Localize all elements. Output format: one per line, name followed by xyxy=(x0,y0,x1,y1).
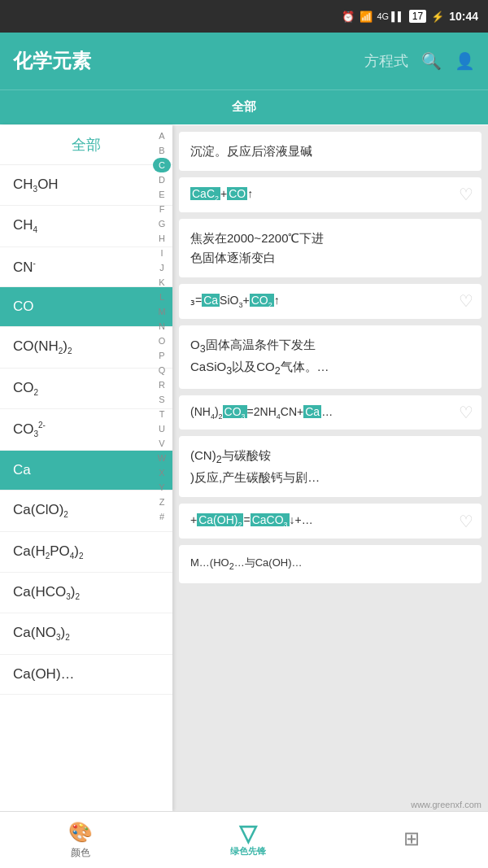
alpha-O[interactable]: O xyxy=(153,334,171,348)
alpha-U[interactable]: U xyxy=(153,421,171,436)
equations-nav[interactable]: 方程式 xyxy=(364,51,408,71)
alpha-Z[interactable]: Z xyxy=(153,495,171,509)
sidebar-item-CaHCO32[interactable]: Ca(HCO3)2 xyxy=(0,573,172,613)
sidebar-item-CONH22[interactable]: CO(NH2)2 xyxy=(0,327,172,368)
heart-icon-6[interactable]: ♡ xyxy=(459,403,473,422)
user-icon[interactable]: 👤 xyxy=(455,51,475,71)
alpha-I[interactable]: I xyxy=(153,246,171,260)
signal-icon: 4G ▌▌ xyxy=(377,11,404,21)
nav-color[interactable]: 🎨 颜色 xyxy=(68,821,93,860)
sidebar: 全部 CH3OH CH4 CN- CO CO(NH2)2 CO2 CO32- C… xyxy=(0,125,172,811)
alpha-A[interactable]: A xyxy=(153,129,171,143)
sidebar-item-CO32-[interactable]: CO32- xyxy=(0,409,172,451)
content-card-7: (CN)2与碳酸铵)反应,产生碳酸钙与剧… xyxy=(179,436,481,497)
content-card-5: O3固体高温条件下发生CaSiO3以及CO2气体。… xyxy=(179,325,481,389)
alpha-Q[interactable]: Q xyxy=(153,363,171,377)
sidebar-all-label[interactable]: 全部 xyxy=(0,125,172,165)
card4-formula: ₃=CaSiO3+CO2↑ xyxy=(190,294,452,309)
wifi-icon: 📶 xyxy=(359,11,373,23)
alpha-V[interactable]: V xyxy=(153,436,171,451)
time-display: 10:44 xyxy=(449,10,478,23)
tab-all[interactable]: 全部 xyxy=(0,89,488,127)
sidebar-item-CN-[interactable]: CN- xyxy=(0,247,172,288)
heart-icon-4[interactable]: ♡ xyxy=(459,291,473,311)
sidebar-item-CaClO2[interactable]: Ca(ClO)2 xyxy=(0,491,172,531)
content-card-9: M…(HO2…与Ca(OH)… xyxy=(179,545,481,583)
alpha-W[interactable]: W xyxy=(153,451,171,465)
highlight-CaC2: CaC2 xyxy=(190,187,220,200)
logo-symbol: ▽ xyxy=(239,822,257,845)
content-card-8: +Ca(OH)2=CaCO3↓+… ♡ xyxy=(179,504,481,539)
highlight-CO: CO xyxy=(227,187,247,200)
nav-table[interactable]: ⊞ xyxy=(403,827,420,853)
alpha-D[interactable]: D xyxy=(153,172,171,187)
main-area: 全部 CH3OH CH4 CN- CO CO(NH2)2 CO2 CO32- C… xyxy=(0,125,488,811)
alpha-N[interactable]: N xyxy=(153,319,171,334)
sidebar-item-CaNO32[interactable]: Ca(NO3)2 xyxy=(0,613,172,654)
app-header: 化学元素 方程式 🔍 👤 xyxy=(0,33,488,89)
card1-text: 沉淀。反应后溶液显碱 xyxy=(190,142,470,161)
header-nav: 方程式 🔍 👤 xyxy=(364,51,475,71)
alpha-B[interactable]: B xyxy=(153,143,171,158)
status-icons: ⏰ 📶 4G ▌▌ 17 ⚡ 10:44 xyxy=(342,10,479,23)
content-card-3: 焦炭在2000~2200℃下进色固体逐渐变白 xyxy=(179,219,481,277)
watermark: www.greenxf.com xyxy=(411,800,481,809)
alpha-F[interactable]: F xyxy=(153,202,171,216)
sidebar-item-CO2[interactable]: CO2 xyxy=(0,369,172,409)
alpha-G[interactable]: G xyxy=(153,216,171,231)
alpha-M[interactable]: M xyxy=(153,304,171,319)
color-icon: 🎨 xyxy=(68,821,93,844)
battery-text: 17 xyxy=(409,10,426,23)
content-card-2: CaC2+CO↑ ♡ xyxy=(179,177,481,212)
alpha-S[interactable]: S xyxy=(153,392,171,407)
alpha-J[interactable]: J xyxy=(153,260,171,275)
search-icon[interactable]: 🔍 xyxy=(421,51,442,71)
sidebar-item-CaH2PO42[interactable]: Ca(H2PO4)2 xyxy=(0,532,172,573)
sub-header: 全部 xyxy=(0,89,488,125)
alpha-Y[interactable]: Y xyxy=(153,480,171,495)
alpha-R[interactable]: R xyxy=(153,377,171,392)
alpha-C[interactable]: C xyxy=(153,158,171,172)
nav-logo[interactable]: ▽ 绿色先锋 xyxy=(230,822,266,857)
alpha-K[interactable]: K xyxy=(153,275,171,290)
alpha-X[interactable]: X xyxy=(153,465,171,480)
card9-text: M…(HO2…与Ca(OH)… xyxy=(190,555,470,574)
app-title: 化学元素 xyxy=(13,48,364,74)
highlight-CaSiO3: Ca xyxy=(202,294,220,307)
alpha-E[interactable]: E xyxy=(153,187,171,202)
content-card-4: ₃=CaSiO3+CO2↑ ♡ xyxy=(179,284,481,319)
alphabet-index: A B C D E F G H I J K L M N O P Q R S T … xyxy=(151,125,172,527)
card7-text: (CN)2与碳酸铵)反应,产生碳酸钙与剧… xyxy=(190,446,470,487)
sidebar-item-CH3OH[interactable]: CH3OH xyxy=(0,165,172,206)
highlight-Ca2: Ca xyxy=(303,405,321,418)
logo-text: 绿色先锋 xyxy=(230,845,266,857)
card5-text: O3固体高温条件下发生CaSiO3以及CO2气体。… xyxy=(190,335,470,379)
heart-icon-2[interactable]: ♡ xyxy=(459,185,473,204)
bottom-nav: 🎨 颜色 ▽ 绿色先锋 ⊞ xyxy=(0,811,488,868)
battery-icon: ⚡ xyxy=(431,11,444,23)
sidebar-item-CH4[interactable]: CH4 xyxy=(0,206,172,246)
card8-formula: +Ca(OH)2=CaCO3↓+… xyxy=(190,513,452,529)
clock-icon: ⏰ xyxy=(342,11,355,23)
sidebar-item-Ca[interactable]: Ca xyxy=(0,451,172,491)
highlight-CaCO3: CaCO3 xyxy=(251,513,290,526)
nav-color-label: 颜色 xyxy=(71,846,90,860)
sidebar-item-CaOH[interactable]: Ca(OH)… xyxy=(0,655,172,695)
alpha-L[interactable]: L xyxy=(153,290,171,304)
heart-icon-8[interactable]: ♡ xyxy=(459,512,473,531)
content-area: 沉淀。反应后溶液显碱 CaC2+CO↑ ♡ 焦炭在2000~2200℃下进色固体… xyxy=(172,125,488,811)
content-card-6: (NH4)2CO3=2NH4CN+Ca… ♡ xyxy=(179,395,481,430)
highlight-CaOH2: Ca(OH)2 xyxy=(197,513,243,526)
alpha-P[interactable]: P xyxy=(153,348,171,363)
card3-text: 焦炭在2000~2200℃下进色固体逐渐变白 xyxy=(190,229,470,268)
alpha-T[interactable]: T xyxy=(153,407,171,421)
alpha-H[interactable]: H xyxy=(153,231,171,246)
highlight-CO2: CO2 xyxy=(250,294,274,307)
highlight-CO3: CO3 xyxy=(223,405,247,418)
alpha-hash[interactable]: # xyxy=(153,509,171,524)
status-bar: ⏰ 📶 4G ▌▌ 17 ⚡ 10:44 xyxy=(0,0,488,33)
sidebar-item-CO[interactable]: CO xyxy=(0,287,172,327)
card2-formula: CaC2+CO↑ xyxy=(190,187,452,203)
card6-formula: (NH4)2CO3=2NH4CN+Ca… xyxy=(190,405,452,421)
table-icon: ⊞ xyxy=(403,827,420,850)
